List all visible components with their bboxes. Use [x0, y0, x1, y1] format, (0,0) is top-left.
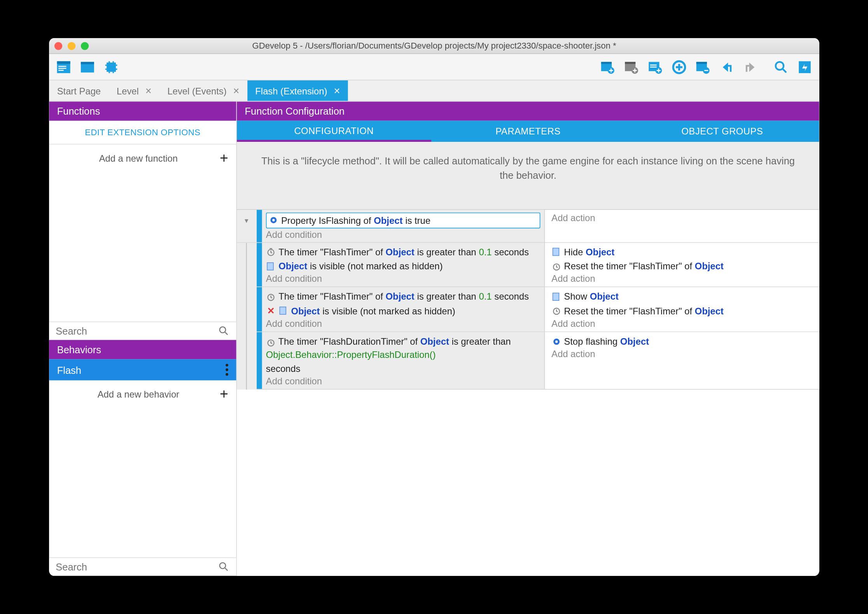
add-comment-button[interactable]: [644, 56, 665, 77]
event-row[interactable]: The timer "FlashTimer" of Object is grea…: [257, 288, 819, 332]
condition-line[interactable]: The timer "FlashTimer" of Object is grea…: [266, 290, 540, 304]
project-panel-button[interactable]: [53, 56, 74, 77]
add-event-button[interactable]: [597, 56, 618, 77]
add-behavior-button[interactable]: Add a new behavior +: [49, 380, 236, 408]
lifecycle-description: This is a "lifecycle method". It will be…: [237, 142, 819, 209]
svg-rect-38: [267, 262, 273, 270]
svg-rect-17: [601, 61, 611, 63]
close-window-button[interactable]: [54, 42, 62, 49]
close-tab-icon[interactable]: ×: [233, 85, 239, 97]
events-sheet: ▾ Property IsFlashing of Object is true …: [237, 209, 819, 576]
svg-point-30: [775, 61, 783, 69]
svg-rect-8: [105, 64, 106, 65]
add-action-link[interactable]: Add action: [551, 212, 813, 223]
svg-rect-1: [57, 61, 70, 64]
kebab-menu-icon[interactable]: [226, 364, 228, 376]
action-line[interactable]: Show Object: [551, 290, 813, 304]
search-events-button[interactable]: [770, 56, 791, 77]
add-function-button[interactable]: Add a new function +: [49, 145, 236, 172]
add-condition-link[interactable]: Add condition: [266, 376, 540, 386]
maximize-window-button[interactable]: [80, 42, 88, 49]
invert-icon: [266, 306, 276, 316]
conditions-column[interactable]: The timer "FlashTimer" of Object is grea…: [262, 288, 544, 331]
actions-column[interactable]: Show Object Reset the timer "FlashTimer"…: [545, 288, 819, 331]
add-action-link[interactable]: Add action: [551, 349, 813, 359]
config-subtabs: CONFIGURATION PARAMETERS OBJECT GROUPS: [237, 121, 819, 142]
svg-rect-20: [625, 61, 635, 63]
svg-rect-28: [696, 61, 707, 63]
tabs-bar: Start Page Level × Level (Events) × Flas…: [49, 80, 819, 101]
event-collapse-toggle[interactable]: ▾: [237, 209, 257, 242]
conditions-column[interactable]: Property IsFlashing of Object is true Ad…: [262, 209, 544, 242]
action-line[interactable]: Stop flashing Object: [551, 335, 813, 348]
tab-level-events[interactable]: Level (Events) ×: [159, 80, 247, 101]
visible-icon: [278, 306, 289, 316]
actions-column[interactable]: Hide Object Reset the timer "FlashTimer"…: [545, 243, 819, 287]
add-special-button[interactable]: [668, 56, 690, 77]
condition-line[interactable]: Property IsFlashing of Object is true: [266, 212, 540, 228]
event-row[interactable]: ▾ Property IsFlashing of Object is true …: [237, 209, 819, 243]
functions-search[interactable]: [49, 321, 236, 340]
svg-rect-2: [58, 66, 66, 67]
subtab-object-groups[interactable]: OBJECT GROUPS: [625, 121, 819, 142]
redo-button[interactable]: [740, 56, 761, 77]
action-line[interactable]: Hide Object: [551, 246, 813, 259]
add-condition-link[interactable]: Add condition: [266, 229, 540, 239]
tab-flash-extension[interactable]: Flash (Extension) ×: [247, 80, 348, 101]
scene-panel-button[interactable]: [77, 56, 98, 77]
add-action-link[interactable]: Add action: [551, 318, 813, 329]
svg-rect-10: [116, 64, 117, 65]
condition-line[interactable]: The timer "FlashDurationTimer" of Object…: [266, 335, 540, 375]
actions-column[interactable]: Add action: [545, 209, 819, 242]
event-row[interactable]: The timer "FlashDurationTimer" of Object…: [257, 332, 819, 390]
undo-button[interactable]: [716, 56, 737, 77]
minimize-window-button[interactable]: [67, 42, 75, 49]
plus-icon: +: [220, 150, 228, 167]
gear-icon: [551, 337, 562, 347]
subtab-configuration[interactable]: CONFIGURATION: [237, 121, 431, 142]
plus-icon: +: [220, 385, 228, 403]
behavior-item-flash[interactable]: Flash: [49, 359, 236, 380]
conditions-column[interactable]: The timer "FlashDurationTimer" of Object…: [262, 332, 544, 389]
condition-line[interactable]: The timer "FlashTimer" of Object is grea…: [266, 246, 540, 259]
add-condition-link[interactable]: Add condition: [266, 274, 540, 284]
svg-point-32: [219, 327, 225, 333]
svg-rect-14: [108, 72, 110, 73]
settings-button[interactable]: [794, 56, 815, 77]
tab-level[interactable]: Level ×: [108, 80, 159, 101]
svg-rect-13: [112, 61, 114, 62]
remove-event-button[interactable]: [692, 56, 713, 77]
svg-rect-43: [553, 293, 559, 300]
add-behavior-label: Add a new behavior: [57, 389, 219, 399]
svg-rect-12: [108, 61, 110, 62]
close-tab-icon[interactable]: ×: [334, 85, 340, 97]
condition-line[interactable]: Object is visible (not marked as hidden): [266, 260, 540, 273]
actions-column[interactable]: Stop flashing Object Add action: [545, 332, 819, 389]
search-input[interactable]: [56, 325, 218, 337]
timer-icon: [551, 261, 562, 271]
svg-rect-9: [105, 68, 106, 69]
conditions-column[interactable]: The timer "FlashTimer" of Object is grea…: [262, 243, 544, 287]
condition-line[interactable]: Object is visible (not marked as hidden): [266, 304, 540, 318]
timer-icon: [266, 292, 276, 302]
sidebar: Functions EDIT EXTENSION OPTIONS Add a n…: [49, 101, 237, 576]
timer-icon: [266, 247, 276, 257]
tab-label: Start Page: [57, 85, 100, 96]
edit-extension-options-button[interactable]: EDIT EXTENSION OPTIONS: [49, 121, 236, 145]
add-action-link[interactable]: Add action: [551, 274, 813, 284]
subtab-parameters[interactable]: PARAMETERS: [431, 121, 625, 142]
behaviors-search[interactable]: [49, 557, 236, 576]
event-row[interactable]: The timer "FlashTimer" of Object is grea…: [257, 243, 819, 288]
extension-panel-button[interactable]: [100, 56, 121, 77]
tab-start-page[interactable]: Start Page: [49, 80, 108, 101]
add-subevent-button[interactable]: [621, 56, 642, 77]
close-tab-icon[interactable]: ×: [145, 85, 151, 97]
svg-rect-7: [107, 62, 116, 72]
svg-rect-15: [112, 72, 114, 73]
action-line[interactable]: Reset the timer "FlashTimer" of Object: [551, 260, 813, 273]
action-line[interactable]: Reset the timer "FlashTimer" of Object: [551, 304, 813, 318]
add-condition-link[interactable]: Add condition: [266, 318, 540, 329]
gear-icon: [268, 215, 278, 225]
search-input[interactable]: [56, 561, 218, 572]
svg-rect-3: [58, 68, 66, 69]
